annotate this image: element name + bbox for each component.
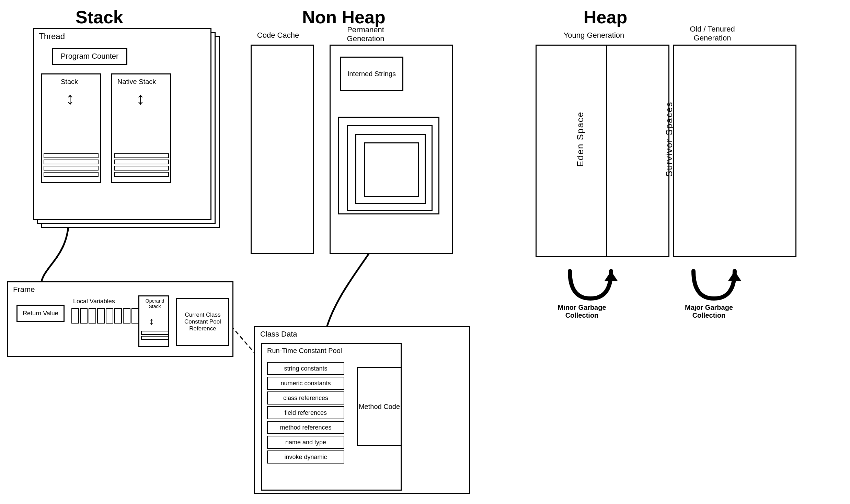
local-variables-grid [71,308,148,324]
pool-item-1: numeric constants [267,377,344,390]
class-data-label: Class Data [260,330,297,339]
program-counter-box: Program Counter [52,48,127,65]
stack-sub-arrow: ↕ [66,90,74,107]
operand-stack-label: Operand Stack [141,298,169,309]
pool-item-2: class references [267,391,344,405]
local-variables-label: Local Variables [73,298,115,305]
thread-label: Thread [39,32,65,41]
method-code-box: Method Code [357,367,402,446]
minor-gc-label: Minor Garbage Collection [554,304,609,319]
old-gen-label: Old / Tenured Generation [675,25,750,43]
return-value-box: Return Value [16,305,65,322]
method-area-box-1 [364,142,419,197]
runtime-pool-label: Run-Time Constant Pool [267,347,342,355]
pool-item-3: field references [267,406,344,419]
svg-marker-4 [728,271,742,281]
section-title-nonheap: Non Heap [302,7,386,27]
major-gc-label: Major Garbage Collection [681,304,736,319]
section-title-stack: Stack [76,7,123,27]
permanent-gen-label: Permanent Generation [331,25,400,43]
native-stack-sub-arrow: ↕ [136,90,145,107]
pool-item-0: string constants [267,362,344,375]
native-stack-sub-label: Native Stack [117,78,156,86]
eden-survivor-divider [606,45,607,257]
native-stack-sub-box: Native Stack ↕ [111,73,171,183]
pool-item-5: name and type [267,436,344,449]
thread-box-main: Thread Program Counter Stack ↕ Native St… [33,28,211,220]
pool-item-6: invoke dynamic [267,450,344,464]
young-gen-label: Young Generation [556,31,632,40]
eden-space-label: Eden Space [575,112,586,167]
frame-box: Frame Return Value Local Variables Opera… [7,281,233,357]
operand-arrow: ↕ [149,315,154,327]
current-class-box: Current Class Constant Pool Reference [176,298,229,346]
svg-marker-3 [604,271,618,281]
stack-sub-label: Stack [61,78,78,86]
code-cache-box [251,45,314,254]
section-title-heap: Heap [584,7,627,27]
frame-label: Frame [13,285,35,294]
code-cache-label: Code Cache [252,31,304,40]
interned-strings-box: Interned Strings [340,57,403,91]
pool-item-4: method references [267,421,344,434]
old-gen-box [673,45,796,257]
stack-sub-box: Stack ↕ [41,73,101,183]
operand-stack-box: Operand Stack ↕ [138,295,169,347]
young-gen-box [536,45,669,257]
